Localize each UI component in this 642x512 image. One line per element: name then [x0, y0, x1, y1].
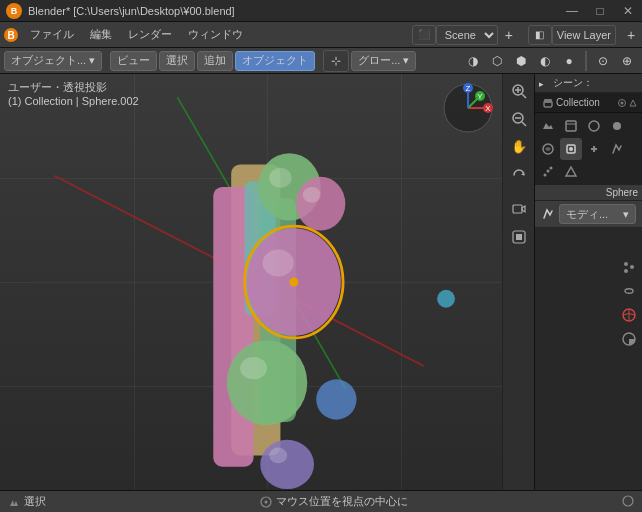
svg-point-37 [316, 379, 356, 419]
world-tab[interactable] [537, 138, 559, 160]
menu-edit[interactable]: 編集 [82, 22, 120, 48]
physics-tab[interactable] [560, 161, 582, 183]
maximize-button[interactable]: □ [586, 0, 614, 22]
viewport-header: オブジェクト...▾ ビュー 選択 追加 オブジェクト ⊹ グロー...▾ ◑ … [0, 48, 642, 74]
scene-tab[interactable] [606, 115, 628, 137]
render-tab[interactable] [537, 115, 559, 137]
select-menu[interactable]: 選択 [159, 51, 195, 71]
collection-row[interactable]: Collection [535, 95, 642, 110]
menu-window[interactable]: ウィンドウ [180, 22, 251, 48]
svg-point-76 [630, 265, 634, 269]
view-menu[interactable]: ビュー [110, 51, 157, 71]
camera-view-btn[interactable] [506, 196, 532, 222]
statusbar-center: マウス位置を視点の中心に [260, 494, 408, 509]
menu-render[interactable]: レンダー [120, 22, 180, 48]
svg-point-27 [296, 177, 345, 231]
svg-point-32 [263, 250, 294, 277]
modifier-header: モディ... ▾ [535, 201, 642, 227]
viewlayer-selector[interactable]: View Layer [552, 25, 616, 45]
data-icon[interactable] [618, 304, 640, 326]
scene-selector[interactable]: Scene [436, 25, 498, 45]
output-tab[interactable] [560, 115, 582, 137]
shading-lookdev-icon[interactable]: ◐ [534, 50, 556, 72]
particle-icon[interactable] [618, 256, 640, 278]
blender-menu-icon[interactable]: B [0, 24, 22, 46]
svg-text:B: B [7, 30, 14, 41]
statusbar-right [622, 495, 634, 509]
svg-rect-55 [513, 205, 522, 213]
particles-tab[interactable] [537, 161, 559, 183]
svg-point-31 [289, 278, 298, 287]
axis-widget: X Y Z [442, 82, 494, 134]
svg-point-28 [303, 187, 321, 203]
mode-dropdown[interactable]: オブジェクト...▾ [4, 51, 102, 71]
scene-add-icon[interactable]: + [498, 24, 520, 46]
add-menu[interactable]: 追加 [197, 51, 233, 71]
xray-icon[interactable]: ◑ [462, 50, 484, 72]
window-controls: — □ ✕ [558, 0, 642, 22]
svg-point-36 [269, 448, 287, 464]
viewport-3d[interactable]: ユーザー・透視投影 (1) Collection | Sphere.002 [0, 74, 534, 490]
close-button[interactable]: ✕ [614, 0, 642, 22]
viewlayer-add-icon[interactable]: + [620, 24, 642, 46]
transform-icon[interactable]: ⊹ [323, 50, 349, 72]
shading-solid-icon[interactable]: ⬢ [510, 50, 532, 72]
view-tab[interactable] [583, 115, 605, 137]
svg-rect-64 [566, 121, 576, 131]
svg-point-75 [624, 262, 628, 266]
overlay-icon[interactable]: ⊙ [592, 50, 614, 72]
svg-text:▸: ▸ [539, 79, 544, 88]
menubar: B ファイル 編集 レンダー ウィンドウ ⬛ Scene + ◧ View La… [0, 22, 642, 48]
window-title: Blender* [C:\Users\jun\Desktop\¥00.blend… [28, 5, 235, 17]
svg-point-66 [589, 121, 599, 131]
svg-rect-58 [516, 234, 522, 240]
gizmo-icon[interactable]: ⊕ [616, 50, 638, 72]
titlebar-left: B Blender* [C:\Users\jun\Desktop\¥00.ble… [0, 3, 235, 19]
right-panel: ▸ シーン： Collection [534, 74, 642, 490]
svg-point-70 [569, 147, 573, 151]
property-tabs [535, 113, 642, 185]
svg-point-72 [547, 170, 550, 173]
svg-point-82 [265, 500, 268, 503]
object-menu[interactable]: オブジェクト [235, 51, 315, 71]
svg-point-35 [260, 440, 314, 489]
svg-point-26 [269, 168, 291, 188]
object-name: Sphere [535, 185, 642, 201]
zoom-in-btn[interactable] [506, 78, 532, 104]
scene-objects [32, 74, 502, 490]
viewlayer-icon[interactable]: ◧ [528, 25, 552, 45]
svg-marker-74 [566, 167, 576, 176]
menu-file[interactable]: ファイル [22, 22, 82, 48]
material-icon[interactable] [618, 328, 640, 350]
z-axis-label: Z [466, 84, 471, 93]
constraint-icon[interactable] [618, 280, 640, 302]
titlebar: B Blender* [C:\Users\jun\Desktop\¥00.ble… [0, 0, 642, 22]
orbit-btn[interactable] [506, 162, 532, 188]
workspace-icon[interactable]: ⬛ [412, 25, 436, 45]
workspace: ✛ ↔ ユーザー・透視投影 (1 [0, 74, 642, 490]
svg-point-77 [624, 269, 628, 273]
render-btn[interactable] [506, 224, 532, 250]
modifier-tab[interactable] [606, 138, 628, 160]
constraint-tab[interactable] [583, 138, 605, 160]
svg-text:✋: ✋ [511, 139, 527, 155]
svg-line-47 [522, 94, 526, 98]
shading-render-icon[interactable]: ● [558, 50, 580, 72]
global-dropdown[interactable]: グロー...▾ [351, 51, 416, 71]
svg-point-83 [623, 496, 633, 506]
shading-wire-icon[interactable]: ⬡ [486, 50, 508, 72]
pan-btn[interactable]: ✋ [506, 134, 532, 160]
svg-point-71 [544, 174, 547, 177]
y-axis-label: Y [477, 92, 483, 101]
blender-icon: B [6, 3, 22, 19]
svg-point-34 [240, 357, 267, 379]
modifier-type-dropdown[interactable]: モディ... ▾ [559, 204, 636, 224]
svg-point-33 [227, 340, 308, 425]
scene-outliner-header: ▸ シーン： [535, 74, 642, 93]
object-tab[interactable] [560, 138, 582, 160]
zoom-out-btn[interactable] [506, 106, 532, 132]
minimize-button[interactable]: — [558, 0, 586, 22]
scene-label: シーン： [553, 76, 593, 90]
svg-point-73 [550, 167, 553, 170]
svg-point-63 [621, 101, 624, 104]
